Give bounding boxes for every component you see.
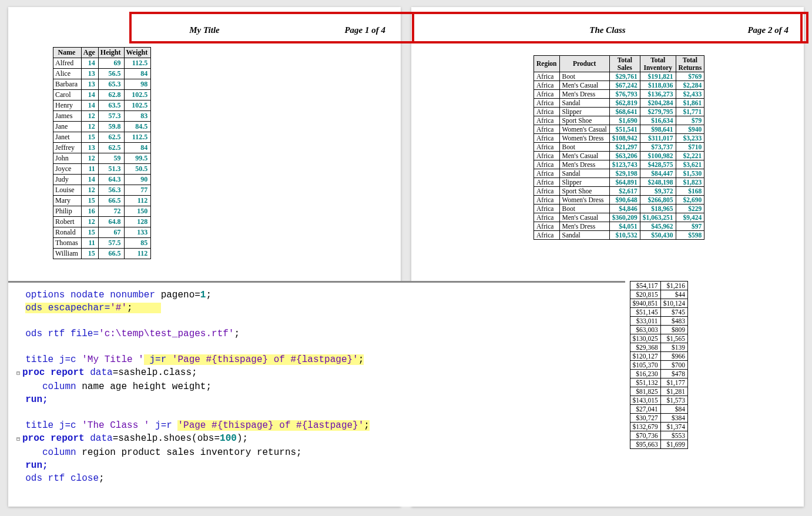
table-cell: $204,284 — [640, 99, 676, 108]
table-cell: $1,690 — [609, 116, 640, 125]
table-cell: 66.5 — [98, 249, 124, 259]
table-cell: $4,051 — [609, 222, 640, 231]
table-cell: 12 — [81, 185, 98, 196]
table-cell: Robert — [53, 217, 82, 227]
table-cell: $139 — [660, 343, 687, 352]
table-cell: 13 — [81, 79, 98, 90]
table-row: James1257.383 — [53, 111, 151, 122]
table-row: Jeffrey1362.584 — [53, 143, 151, 153]
table-row: Alfred1469112.5 — [53, 58, 151, 69]
table-row: AfricaMen's Casual$360,209$1,063,251$9,4… — [534, 213, 704, 222]
table-cell: $73,737 — [640, 143, 676, 152]
table-cell: $9,372 — [640, 187, 676, 196]
table-cell: $745 — [660, 308, 687, 317]
table-cell: Africa — [534, 143, 560, 152]
table-cell: 133 — [124, 227, 151, 238]
table-row: $30,727$384 — [630, 414, 688, 423]
code-token: run; — [25, 460, 48, 471]
code-token: ods — [25, 303, 42, 313]
table-cell: Carol — [53, 90, 82, 100]
table-cell: $1,063,251 — [640, 213, 676, 222]
shoes-table-header: Product — [559, 56, 609, 72]
table-cell: Men's Dress — [559, 222, 609, 231]
table-row: $70,736$553 — [630, 431, 688, 440]
page1-pagelabel: Page 1 of 4 — [344, 15, 385, 45]
table-row: $33,011$483 — [630, 317, 688, 326]
table-cell: $769 — [676, 72, 704, 81]
table-cell: $1,861 — [676, 99, 704, 108]
table-cell: $64,891 — [609, 178, 640, 187]
table-cell: $98,641 — [640, 125, 676, 134]
class-table-header: Height — [98, 48, 124, 58]
code-token: report — [45, 367, 84, 378]
table-row: AfricaWomen's Dress$108,942$311,017$3,23… — [534, 134, 704, 143]
table-cell: 15 — [81, 132, 98, 143]
table-cell: $132,679 — [630, 423, 660, 431]
table-cell: 112.5 — [124, 132, 151, 143]
table-cell: $81,825 — [630, 387, 660, 396]
code-token: =sashelp.class; — [113, 367, 197, 378]
table-row: Robert1264.8128 — [53, 217, 151, 227]
table-cell: 83 — [124, 111, 151, 122]
table-cell: Ronald — [53, 227, 82, 238]
code-token: run; — [25, 394, 48, 405]
table-cell: 62.8 — [98, 90, 124, 100]
table-cell: $1,771 — [676, 108, 704, 116]
shoes-table-header: Region — [534, 56, 560, 72]
table-cell: $1,565 — [660, 334, 687, 343]
code-content[interactable]: options nodate nonumber pageno=1; ods es… — [14, 289, 625, 485]
table-row: $130,025$1,565 — [630, 334, 688, 343]
table-cell: $100,982 — [640, 152, 676, 160]
table-cell: 150 — [124, 206, 151, 217]
table-cell: John — [53, 153, 82, 164]
table-cell: 57.3 — [98, 111, 124, 122]
table-row: Jane1259.884.5 — [53, 122, 151, 132]
table-row: $63,003$809 — [630, 326, 688, 334]
table-cell: 64.3 — [98, 175, 124, 185]
code-token: 'My Title ' — [82, 354, 144, 365]
table-cell: Joyce — [53, 164, 82, 175]
table-cell: $123,743 — [609, 160, 640, 169]
code-token: ; — [234, 329, 240, 339]
table-cell: $84,447 — [640, 169, 676, 178]
table-cell: $51,132 — [630, 378, 660, 387]
table-cell: 15 — [81, 196, 98, 206]
code-token: 'The Class ' — [82, 420, 149, 431]
table-row: AfricaSandal$62,819$204,284$1,861 — [534, 99, 704, 108]
table-cell: $27,041 — [630, 405, 660, 414]
table-row: $120,127$966 — [630, 352, 688, 361]
table-cell: $54,117 — [630, 282, 660, 290]
table-cell: Men's Dress — [559, 160, 609, 169]
table-cell: Henry — [53, 100, 82, 111]
table-cell: 77 — [124, 185, 151, 196]
code-token: data — [85, 433, 113, 444]
table-cell: $105,370 — [630, 361, 660, 370]
code-token: name age height weight; — [76, 381, 212, 392]
code-token: 100 — [220, 433, 237, 444]
table-cell: 112.5 — [124, 58, 151, 69]
table-cell: 128 — [124, 217, 151, 227]
table-cell: Men's Casual — [559, 213, 609, 222]
table-cell: 11 — [81, 238, 98, 249]
code-token: region product sales inventory returns; — [76, 447, 302, 458]
table-cell: 12 — [81, 153, 98, 164]
fold-gutter-icon[interactable]: ⊟ — [14, 367, 22, 380]
table-cell: Africa — [534, 178, 560, 187]
table-cell: 102.5 — [124, 100, 151, 111]
code-token: =sashelp.shoes(obs= — [113, 433, 220, 444]
table-cell: Sport Shoe — [559, 187, 609, 196]
table-row: AfricaWomen's Casual$51,541$98,641$940 — [534, 125, 704, 134]
code-token: data — [85, 367, 113, 378]
table-cell: 69 — [98, 58, 124, 69]
table-cell: Sandal — [559, 99, 609, 108]
table-row: AfricaSandal$10,532$50,430$598 — [534, 231, 704, 240]
fold-gutter-icon[interactable]: ⊟ — [14, 433, 22, 446]
table-cell: 14 — [81, 175, 98, 185]
table-cell: 56.3 — [98, 185, 124, 196]
shoes-table-header: TotalSales — [609, 56, 640, 72]
code-token: proc — [22, 367, 45, 378]
table-cell: Judy — [53, 175, 82, 185]
table-cell: Jane — [53, 122, 82, 132]
code-token: 'Page #{thispage} of #{lastpage}' — [177, 420, 364, 431]
table-cell: $51,541 — [609, 125, 640, 134]
